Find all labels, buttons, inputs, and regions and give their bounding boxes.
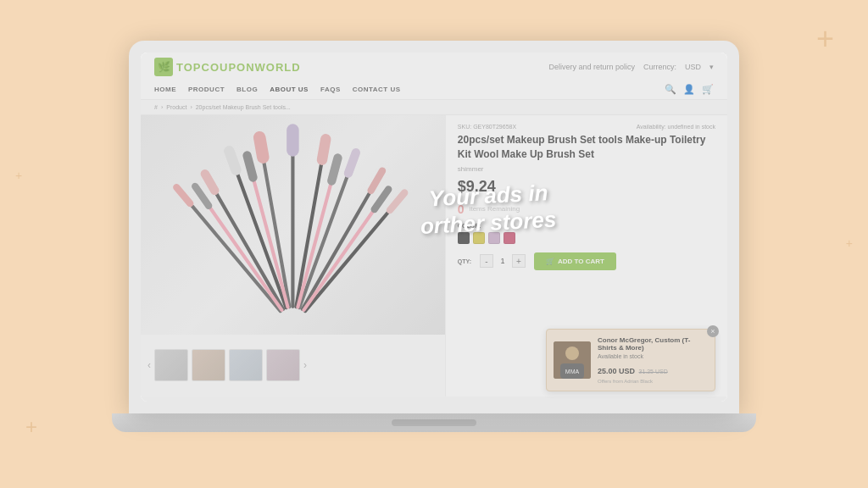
thumb-next[interactable]: › <box>303 359 307 371</box>
logo-icon <box>154 58 173 76</box>
nav-blog[interactable]: BLOG <box>236 86 258 93</box>
nav-faqs[interactable]: FAQS <box>320 86 341 93</box>
add-to-cart-button[interactable]: 🛒 ADD TO CART <box>534 252 616 270</box>
thumb-4[interactable] <box>266 349 300 381</box>
ad-close-button[interactable]: × <box>707 325 719 337</box>
nav-contact[interactable]: CONTACT US <box>353 86 401 93</box>
svg-rect-9 <box>287 124 299 156</box>
brushes-illustration <box>141 115 445 335</box>
ad-pricing: 25.00 USD 31.25 USD <box>598 362 708 377</box>
nav-product[interactable]: PRODUCT <box>188 86 225 93</box>
deco-plus-mid-right: + <box>846 237 853 249</box>
ad-title: Conor McGregor, Custom (T-Shirts & More) <box>598 336 708 352</box>
svg-rect-5 <box>222 144 242 176</box>
nav-about[interactable]: ABOUT US <box>270 86 309 93</box>
svg-rect-8 <box>291 155 294 308</box>
cart-icon[interactable]: 🛒 <box>702 84 714 95</box>
site-nav: HOME PRODUCT BLOG ABOUT US FAQS CONTACT … <box>154 80 714 99</box>
svg-rect-1 <box>171 182 195 208</box>
availability: Availability: undefined in stock <box>637 124 715 130</box>
svg-rect-7 <box>253 130 270 164</box>
ad-original-price: 31.25 USD <box>638 369 667 374</box>
site-header: TOPCOUPONWORLD Delivery and return polic… <box>141 53 727 100</box>
product-images: ‹ › <box>141 115 446 396</box>
svg-text:MMA: MMA <box>565 369 580 374</box>
logo-text: TOPCOUPONWORLD <box>176 61 301 74</box>
product-brand: shimmer <box>458 165 715 173</box>
ad-overlay: × MMA Conor McGregor, Custom (T-Shirts &… <box>546 329 715 391</box>
main-product-image <box>141 115 445 335</box>
thumb-prev[interactable]: ‹ <box>147 359 151 371</box>
header-right: Delivery and return policy Currency: USD… <box>548 63 714 71</box>
qty-section: QTY: - 1 + 🛒 ADD TO CART <box>458 252 715 270</box>
svg-rect-21 <box>242 150 259 183</box>
thumb-3[interactable] <box>229 349 263 381</box>
qty-controls: - 1 + <box>480 254 526 268</box>
qty-increase[interactable]: + <box>512 254 526 268</box>
logo-area: TOPCOUPONWORLD <box>154 58 301 76</box>
ad-price: 25.00 USD <box>598 367 635 375</box>
promo-text-overlay: Your ads in orther stores <box>420 183 556 236</box>
sku: SKU: GEY80T29658X <box>458 124 516 130</box>
svg-rect-11 <box>316 133 332 166</box>
laptop-screen-inner: TOPCOUPONWORLD Delivery and return polic… <box>141 53 727 402</box>
nav-home[interactable]: HOME <box>154 86 176 93</box>
currency-label: Currency: <box>643 63 676 71</box>
search-icon[interactable]: 🔍 <box>665 84 676 95</box>
ad-image: MMA <box>554 341 591 379</box>
laptop: TOPCOUPONWORLD Delivery and return polic… <box>112 41 756 447</box>
qty-label: QTY: <box>458 258 471 264</box>
header-top: TOPCOUPONWORLD Delivery and return polic… <box>154 53 714 80</box>
svg-rect-13 <box>342 147 361 180</box>
deco-plus-top-right: + <box>816 24 834 54</box>
laptop-screen-shell: TOPCOUPONWORLD Delivery and return polic… <box>129 41 739 413</box>
nav-icons: 🔍 👤 🛒 <box>665 84 714 95</box>
svg-rect-24 <box>302 210 376 313</box>
qty-decrease[interactable]: - <box>480 254 493 268</box>
breadcrumb: # › Product › 20pcs/set Makeup Brush Set… <box>141 100 727 115</box>
ad-source: Offers from Adrian Black <box>598 379 708 384</box>
thumb-1[interactable] <box>154 349 188 381</box>
svg-rect-23 <box>326 152 343 186</box>
deco-plus-mid-left: + <box>15 169 22 181</box>
thumbnail-strip: ‹ › <box>141 335 445 396</box>
product-meta: SKU: GEY80T29658X Availability: undefine… <box>458 124 715 130</box>
breadcrumb-home[interactable]: # <box>154 104 158 110</box>
cart-btn-icon: 🛒 <box>546 258 554 265</box>
breadcrumb-item: 20pcs/set Makeup Brush Set tools... <box>196 104 291 110</box>
breadcrumb-product[interactable]: Product <box>166 104 186 110</box>
product-title: 20pcs/set Makeup Brush Set tools Make-up… <box>458 133 715 162</box>
thumb-2[interactable] <box>192 349 225 381</box>
svg-point-27 <box>565 347 579 360</box>
delivery-text: Delivery and return policy <box>548 63 635 71</box>
qty-value: 1 <box>497 257 509 265</box>
site-wrapper: TOPCOUPONWORLD Delivery and return polic… <box>141 53 727 402</box>
laptop-trackpad-notch <box>392 419 476 426</box>
deco-plus-bottom-left: + <box>25 417 37 437</box>
ad-content: Conor McGregor, Custom (T-Shirts & More)… <box>598 336 708 384</box>
laptop-base <box>112 413 756 432</box>
ad-subtitle: Available in stock <box>598 353 708 359</box>
dropdown-icon: ▾ <box>709 63 714 71</box>
currency-value: USD <box>685 63 701 71</box>
user-icon[interactable]: 👤 <box>683 84 695 95</box>
